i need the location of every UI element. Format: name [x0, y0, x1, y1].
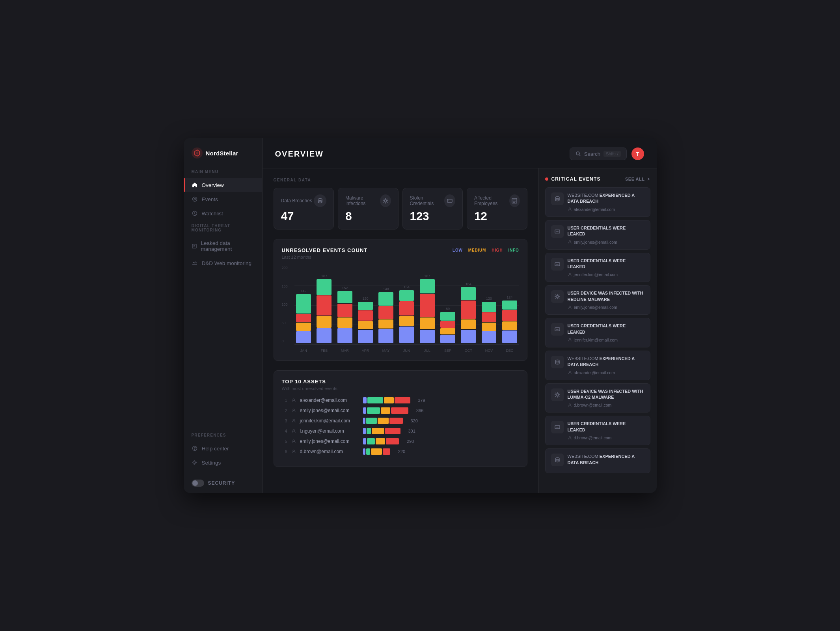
sidebar-item-watchlist[interactable]: Watchlist: [184, 206, 262, 220]
stolen-credentials-icon: [444, 194, 455, 207]
svg-point-31: [556, 394, 559, 396]
event-user-email: alexander@email.com: [574, 370, 615, 375]
event-card[interactable]: USER DEVICE WAS INFECTED WITH LUMMA-C2 M…: [545, 383, 650, 413]
asset-bar: [363, 407, 409, 414]
bar-stack-apr: [358, 302, 373, 343]
see-all-button[interactable]: SEE ALL: [625, 177, 650, 181]
bar-seg-info: [317, 279, 332, 295]
event-card[interactable]: WEBSITE.COM EXPERIENCED A DATA BREACH: [545, 448, 650, 473]
event-user-icon: [568, 403, 572, 407]
malware-infections-icon: [380, 194, 391, 207]
asset-bar-orange: [372, 428, 384, 434]
event-content: USER DEVICE WAS INFECTED WITH LUMMA-C2 M…: [568, 388, 644, 408]
bar-total-may: 148: [383, 287, 389, 291]
assets-list: 1 alexander@email.com 379 2 emily.jones@…: [282, 397, 519, 455]
bar-seg-info: [378, 292, 393, 306]
chart-title: UNRESOLVED EVENTS COUNT: [282, 247, 368, 253]
bar-total-apr: 120: [362, 297, 368, 301]
events-list: WEBSITE.COM EXPERIENCED A DATA BREACH al…: [545, 187, 650, 473]
bar-seg-low: [378, 329, 393, 343]
user-icon: [291, 398, 296, 403]
event-type-icon: [551, 421, 564, 433]
bar-stack-oct: [461, 287, 476, 343]
event-card-inner: USER CREDENTIALS WERE LEAKED emily.jones…: [551, 225, 644, 245]
bar-seg-high: [296, 314, 311, 322]
svg-point-32: [569, 404, 570, 405]
sidebar-item-dnd-web[interactable]: D&D Web monitoring: [184, 256, 262, 270]
sidebar-item-help[interactable]: Help center: [184, 441, 262, 456]
event-user: emily.jones@email.com: [568, 305, 644, 310]
bar-seg-low: [337, 328, 352, 343]
asset-email: jennifer.kim@email.com: [300, 418, 359, 424]
sidebar-item-events[interactable]: Events: [184, 192, 262, 206]
top-assets-section: TOP 10 ASSETS With most unresolved event…: [274, 370, 527, 467]
event-type-icon: [551, 258, 564, 271]
critical-title-row: CRITICAL EVENTS: [545, 176, 601, 182]
event-user-icon: [568, 370, 572, 375]
month-label-feb: FEB: [315, 349, 333, 353]
bar-group-nov: 120: [480, 297, 498, 343]
event-card[interactable]: WEBSITE.COM EXPERIENCED A DATA BREACH al…: [545, 351, 650, 380]
stat-value-data-breaches: 47: [281, 209, 327, 223]
event-card[interactable]: USER CREDENTIALS WERE LEAKED jennifer.ki…: [545, 318, 650, 347]
event-type-icon: [551, 192, 564, 205]
event-content: USER CREDENTIALS WERE LEAKED emily.jones…: [568, 225, 644, 245]
search-bar[interactable]: Search Shift+/: [570, 147, 627, 160]
main-menu-label: MAIN MENU: [184, 170, 262, 178]
security-toggle[interactable]: SECURITY: [192, 480, 254, 487]
bar-seg-info: [502, 301, 517, 310]
left-panel: GENERAL DATA Data Breaches: [263, 168, 538, 493]
bar-seg-medium: [296, 323, 311, 331]
leaked-data-icon: [192, 243, 197, 249]
stat-card-header-stolen: Stolen Credentials: [410, 194, 456, 207]
bar-stack-feb: [317, 279, 332, 343]
event-card[interactable]: USER CREDENTIALS WERE LEAKED emily.jones…: [545, 220, 650, 250]
sidebar-item-leaked-data[interactable]: Leaked data management: [184, 236, 262, 256]
svg-point-1: [192, 197, 197, 202]
bar-seg-medium: [420, 317, 435, 329]
bar-seg-high: [358, 310, 373, 321]
asset-email: d.brown@email.com: [300, 449, 359, 454]
event-card[interactable]: WEBSITE.COM EXPERIENCED A DATA BREACH al…: [545, 187, 650, 217]
asset-count: 301: [404, 429, 415, 433]
bar-chart: 0 50 100 150 200 14218715212014815418789…: [282, 266, 519, 353]
event-content: USER CREDENTIALS WERE LEAKED jennifer.ki…: [568, 258, 644, 277]
search-icon: [576, 151, 581, 157]
bar-group-jan: 142: [294, 289, 313, 343]
user-icon: [291, 418, 296, 423]
y-label-100: 100: [282, 302, 288, 306]
bar-seg-high: [482, 312, 497, 323]
bar-stack-dec: [502, 301, 517, 343]
event-card[interactable]: USER CREDENTIALS WERE LEAKED jennifer.ki…: [545, 253, 650, 282]
event-user-email: jennifer.kim@email.com: [574, 272, 618, 277]
chart-subtitle: Last 12 months: [282, 255, 519, 259]
svg-point-9: [318, 199, 322, 201]
stat-card-affected: Affected Employees 12: [467, 188, 527, 230]
y-label-0: 0: [282, 339, 288, 343]
bar-total-sep: 89: [446, 307, 450, 311]
stats-grid: Data Breaches 47: [274, 188, 527, 230]
svg-point-25: [556, 295, 559, 298]
bar-stack-may: [378, 292, 393, 343]
event-card-inner: USER CREDENTIALS WERE LEAKED jennifer.ki…: [551, 323, 644, 342]
svg-point-19: [555, 197, 559, 199]
event-card[interactable]: USER DEVICE WAS INFECTED WITH REDLINE MA…: [545, 285, 650, 315]
preferences-label: PREFERENCES: [184, 433, 262, 441]
toggle-track[interactable]: [192, 480, 204, 487]
data-breaches-icon: [314, 194, 326, 207]
sidebar-item-overview[interactable]: Overview: [184, 178, 262, 192]
bar-seg-medium: [337, 317, 352, 328]
asset-bar: [363, 448, 391, 455]
event-card[interactable]: USER CREDENTIALS WERE LEAKED d.brown@ema…: [545, 416, 650, 445]
event-card-inner: USER DEVICE WAS INFECTED WITH REDLINE MA…: [551, 290, 644, 310]
y-label-150: 150: [282, 284, 288, 288]
sidebar-item-settings[interactable]: Settings: [184, 456, 262, 470]
asset-count: 220: [394, 449, 405, 454]
event-user: jennifer.kim@email.com: [568, 338, 644, 342]
list-item: 5 emily.jones@email.com 290: [282, 438, 519, 444]
asset-bar: [363, 397, 410, 403]
event-title: USER CREDENTIALS WERE LEAKED: [568, 225, 644, 237]
list-item: 4 l.nguyen@email.com 301: [282, 428, 519, 434]
month-label-apr: APR: [356, 349, 374, 353]
user-avatar[interactable]: T: [631, 147, 644, 160]
